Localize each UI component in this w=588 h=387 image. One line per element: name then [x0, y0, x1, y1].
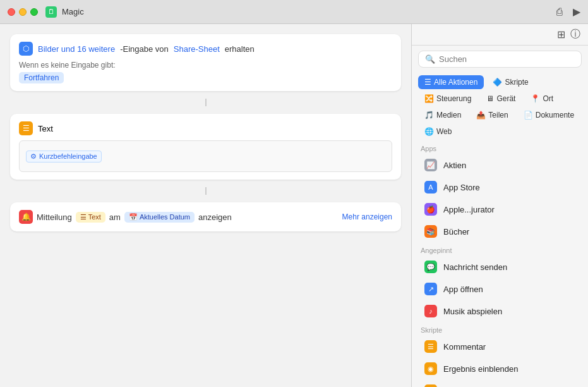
cat-web-label: Web — [436, 127, 452, 136]
cat-gerat-icon: 🖥 — [486, 94, 494, 103]
cat-alle-icon: ☰ — [424, 78, 431, 87]
card-text: ☰ Text ⚙ Kurzbefehleingabe — [10, 114, 401, 180]
app-offnen-label: App öffnen — [443, 285, 483, 294]
cat-dokumente-icon: 📄 — [524, 111, 533, 120]
maximize-button[interactable] — [30, 8, 38, 16]
ergebnis-icon: ◉ — [424, 362, 437, 375]
card-mitteilung: 🔔 Mitteilung ☰ Text am 📅 Aktuelles Datum… — [10, 202, 401, 231]
app-offnen-icon: ↗ — [424, 283, 437, 295]
play-icon[interactable]: ▶ — [573, 6, 580, 18]
actions-panel: ⊞ ⓘ 🔍 ☰ Alle Aktionen 🔷 Skripte 🔀 Steuer… — [411, 24, 588, 387]
search-input[interactable] — [439, 54, 575, 64]
actions-list: Apps 📈 Aktien A App Store 🍎 Apple...jura… — [412, 141, 588, 387]
cat-steuerung-icon: 🔀 — [424, 94, 434, 103]
cat-steuerung[interactable]: 🔀 Steuerung — [418, 92, 477, 106]
search-icon: 🔍 — [425, 54, 435, 64]
mitteilung-tag1[interactable]: ☰ Text — [76, 212, 105, 223]
cat-web-icon: 🌐 — [424, 127, 434, 136]
fortfahren-button[interactable]: Fortfahren — [19, 72, 64, 83]
bucher-label: Bücher — [443, 227, 469, 236]
list-item-aktien[interactable]: 📈 Aktien — [416, 154, 584, 176]
cat-gerat-label: Gerät — [496, 94, 515, 103]
nachricht-icon: 💬 — [424, 261, 437, 273]
list-item-apple[interactable]: 🍎 Apple...jurator — [416, 199, 584, 220]
cat-teilen-label: Teilen — [488, 111, 508, 120]
list-item-app-offnen[interactable]: ↗ App öffnen — [416, 278, 584, 300]
aktien-icon: 📈 — [424, 159, 437, 171]
share-icon[interactable]: ⎙ — [556, 6, 563, 18]
cat-medien-icon: 🎵 — [424, 111, 434, 120]
kurz-chip: ⚙ Kurzbefehleingabe — [26, 150, 102, 163]
list-item-hinweis[interactable]: ! Hinweis anzeigen — [416, 380, 584, 387]
cat-steuerung-label: Steuerung — [436, 94, 471, 103]
text-input-area[interactable]: ⚙ Kurzbefehleingabe — [19, 140, 392, 172]
list-item-kommentar[interactable]: ☰ Kommentar — [416, 336, 584, 357]
appstore-icon: A — [424, 181, 437, 194]
kommentar-icon: ☰ — [424, 340, 437, 353]
apple-label: Apple...jurator — [443, 205, 495, 214]
app-title: Magic — [62, 7, 84, 16]
info-icon[interactable]: ⓘ — [570, 28, 580, 41]
list-item-bucher[interactable]: 📚 Bücher — [416, 221, 584, 242]
kurz-icon: ⚙ — [30, 152, 37, 161]
input-action-icon: ⬡ — [19, 42, 33, 56]
list-item-ergebnis[interactable]: ◉ Ergebnis einblenden — [416, 358, 584, 379]
kommentar-label: Kommentar — [443, 342, 486, 352]
titlebar-actions: ⎙ ▶ — [556, 6, 580, 18]
mitteilung-text1: am — [109, 212, 121, 222]
search-box[interactable]: 🔍 — [418, 51, 582, 68]
cat-skripte-icon: 🔷 — [493, 78, 502, 87]
apple-icon: 🍎 — [424, 203, 437, 216]
category-row: ☰ Alle Aktionen 🔷 Skripte 🔀 Steuerung 🖥 … — [412, 73, 588, 141]
tag1-label: Text — [88, 213, 101, 221]
input-subtitle: Wenn es keine Eingabe gibt: — [19, 61, 392, 70]
cat-dokumente[interactable]: 📄 Dokumente — [517, 108, 580, 122]
mitteilung-action-icon: 🔔 — [19, 210, 33, 224]
appstore-label: App Store — [443, 183, 480, 192]
app-icon: 🗒 — [45, 6, 57, 18]
input-text2: erhalten — [225, 44, 255, 54]
pinned-section-label: Angepinnt — [412, 243, 588, 255]
skripte-section-label: Skripte — [412, 322, 588, 335]
close-button[interactable] — [8, 8, 15, 16]
cat-gerat[interactable]: 🖥 Gerät — [480, 92, 522, 106]
minimize-button[interactable] — [19, 8, 27, 16]
input-link2[interactable]: Share-Sheet — [174, 44, 220, 54]
musik-label: Musik abspielen — [443, 307, 502, 316]
cat-medien[interactable]: 🎵 Medien — [418, 108, 467, 122]
card-input: ⬡ Bilder und 16 weitere -Eingabe von Sha… — [10, 34, 401, 91]
mitteilung-title: Mitteilung — [37, 212, 72, 222]
divider2 — [205, 187, 207, 195]
card-text-header: ☰ Text — [19, 121, 392, 135]
kurz-label: Kurzbefehleingabe — [39, 152, 97, 160]
cat-ort-icon: 📍 — [531, 94, 540, 103]
cat-teilen[interactable]: 📤 Teilen — [470, 108, 514, 122]
tag1-icon: ☰ — [80, 213, 87, 221]
card-input-header: ⬡ Bilder und 16 weitere -Eingabe von Sha… — [19, 42, 392, 56]
list-item-nachricht[interactable]: 💬 Nachricht senden — [416, 256, 584, 278]
cat-skripte[interactable]: 🔷 Skripte — [486, 75, 534, 89]
input-link1[interactable]: Bilder und 16 weitere — [38, 44, 115, 54]
musik-icon: ♪ — [424, 305, 437, 317]
tag2-icon: 📅 — [129, 213, 138, 221]
add-action-icon[interactable]: ⊞ — [557, 28, 565, 40]
list-item-appstore[interactable]: A App Store — [416, 176, 584, 198]
list-item-musik[interactable]: ♪ Musik abspielen — [416, 300, 584, 322]
cat-ort[interactable]: 📍 Ort — [524, 92, 560, 106]
workflow-canvas: ⬡ Bilder und 16 weitere -Eingabe von Sha… — [0, 24, 411, 387]
mehr-button[interactable]: Mehr anzeigen — [342, 212, 392, 221]
mitteilung-tag2[interactable]: 📅 Aktuelles Datum — [124, 212, 195, 223]
cat-teilen-icon: 📤 — [476, 111, 486, 120]
tag2-label: Aktuelles Datum — [140, 213, 190, 221]
card-text-title: Text — [38, 124, 53, 133]
card-mitteilung-header: 🔔 Mitteilung ☰ Text am 📅 Aktuelles Datum… — [19, 210, 392, 224]
cat-dokumente-label: Dokumente — [536, 111, 574, 120]
apps-section-label: Apps — [412, 141, 588, 154]
right-top-bar: ⊞ ⓘ — [412, 24, 588, 46]
cat-alle-aktionen[interactable]: ☰ Alle Aktionen — [418, 75, 484, 89]
hinweis-icon: ! — [424, 384, 437, 387]
cat-web[interactable]: 🌐 Web — [418, 125, 458, 138]
cat-skripte-label: Skripte — [505, 78, 528, 87]
cat-alle-label: Alle Aktionen — [434, 78, 477, 87]
nachricht-label: Nachricht senden — [443, 262, 507, 272]
